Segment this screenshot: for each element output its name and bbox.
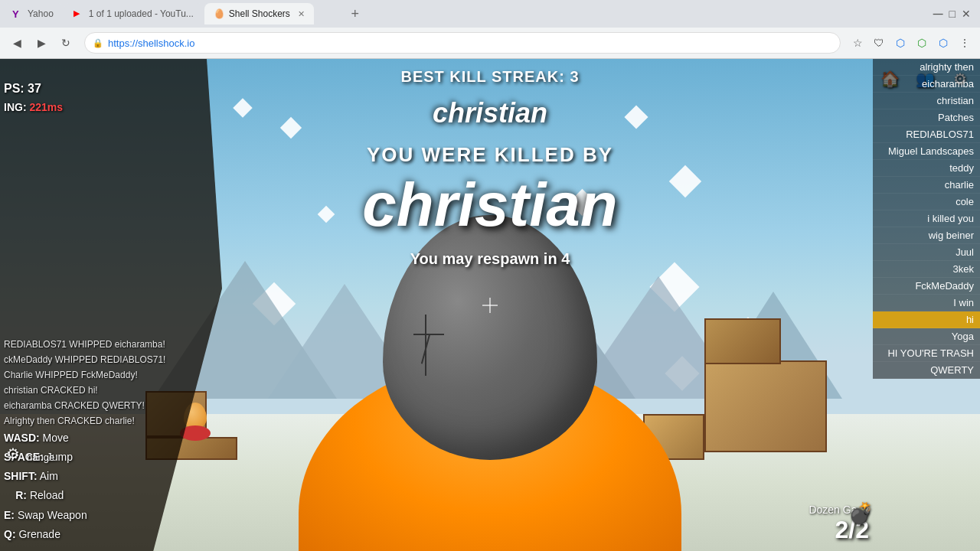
gear-icon-left: ⚙ [6,440,20,468]
minimize-button[interactable]: ─ [933,6,943,22]
new-tab-button[interactable]: + [345,3,366,24]
killed-by-text: YOU WERE KILLED BY [367,143,613,167]
chat-line: ckMeDaddy WHIPPED REDIABLOS71! [4,353,226,367]
browser-chrome: Y Yahoo ▶ 1 of 1 uploaded - YouTu... 🥚 S… [0,0,980,59]
tab-yahoo[interactable]: Y Yahoo [3,3,63,24]
player-item: HI YOU'RE TRASH [873,345,980,362]
tab-shellshockers-label: Shell Shockers [229,8,290,19]
grenade-icon: 💣 [848,501,873,525]
respawn-text: You may respawn in 4 [410,250,570,268]
player-item: christian [873,93,980,109]
player-item: eicharamba [873,76,980,93]
extension-2-icon[interactable]: ⬡ [913,34,931,52]
controls-help: ⚙ hange WASD: Move SPACE: Jump SHIFT: Ai… [4,429,87,544]
chat-line: christian CRACKED hi! [4,383,226,397]
close-window-button[interactable]: ✕ [962,8,971,20]
youtube-favicon: ▶ [74,8,84,19]
more-button[interactable]: ⋮ [956,34,974,52]
player-item: teddy [873,160,980,177]
extension-3-icon[interactable]: ⬡ [934,34,952,52]
player-item: QWERTY [873,362,980,379]
player-item: wig beiner [873,227,980,244]
reload-button[interactable]: ↻ [55,32,77,54]
player-item: alrighty then [873,59,980,76]
back-button[interactable]: ◀ [6,32,28,54]
shield-icon: 🛡 [870,34,888,52]
address-text: https://shellshock.io [108,37,832,49]
browser-controls: ◀ ▶ ↻ 🔒 https://shellshock.io ☆ 🛡 ⬡ ⬡ ⬡ … [0,28,980,58]
player-item: Miguel Landscapes [873,143,980,160]
killer-name-big: christian [362,170,617,240]
player-item: Juul [873,244,980,261]
player-item: I win [873,295,980,311]
yahoo-favicon: Y [12,8,23,19]
change-label: hange [27,448,54,466]
tab-shellshockers[interactable]: 🥚 Shell Shockers ✕ [204,3,314,24]
chat-line: Charlie WHIPPED FckMeDaddy! [4,368,226,382]
stats-ping: ING: 221ms [4,101,63,113]
player-item-highlighted: hi [873,311,980,328]
player-item: REDIABLOS71 [873,126,980,143]
address-bar[interactable]: 🔒 https://shellshock.io [84,32,841,54]
tab-close-button[interactable]: ✕ [298,9,305,19]
tab-bar: Y Yahoo ▶ 1 of 1 uploaded - YouTu... 🥚 S… [0,0,980,28]
tab-empty [315,3,343,24]
r-control: R: Reload [4,486,87,505]
tab-yahoo-label: Yahoo [28,8,54,19]
browser-right-icons: ☆ 🛡 ⬡ ⬡ ⬡ ⋮ [848,34,974,52]
kill-streak-text: BEST KILL STREAK: 3 [400,68,579,86]
stats-ps: PS: 37 [4,82,41,96]
shellshockers-favicon: 🥚 [214,8,224,19]
player-item: Yoga [873,328,980,345]
box-obstacle-3 [704,360,827,452]
tab-youtube[interactable]: ▶ 1 of 1 uploaded - YouTu... [64,3,203,24]
chat-line: Alrighty then CRACKED charlie! [4,414,226,428]
q-control: Q: Grenade [4,525,87,544]
ping-value: 221ms [29,101,63,113]
chat-line: REDIABLOS71 WHIPPED eicharamba! [4,337,226,351]
bookmark-button[interactable]: ☆ [848,34,867,52]
player-item: Patches [873,109,980,126]
e-control: E: Swap Weapon [4,506,87,525]
player-item: i killed you [873,210,980,227]
crosshair-vertical [489,298,491,313]
forward-button[interactable]: ▶ [31,32,52,54]
chat-log: REDIABLOS71 WHIPPED eicharamba! ckMeDadd… [4,337,226,429]
extension-1-icon[interactable]: ⬡ [891,34,910,52]
player-item: 3kek [873,261,980,278]
shift-control: SHIFT: Aim [4,467,87,486]
player-item: cole [873,194,980,210]
killer-name-small: christian [433,97,547,129]
box-obstacle-4 [704,318,781,364]
tab-youtube-label: 1 of 1 uploaded - YouTu... [89,8,194,19]
player-item: FckMeDaddy [873,278,980,295]
player-item: charlie [873,177,980,194]
chat-line: eicharamba CRACKED QWERTY! [4,399,226,412]
player-list: alrighty then eicharamba christian Patch… [873,59,980,379]
game-viewport: PS: 37 ING: 221ms REDIABLOS71 WHIPPED ei… [0,59,980,551]
maximize-button[interactable]: □ [949,8,956,20]
secure-icon: 🔒 [93,38,103,48]
